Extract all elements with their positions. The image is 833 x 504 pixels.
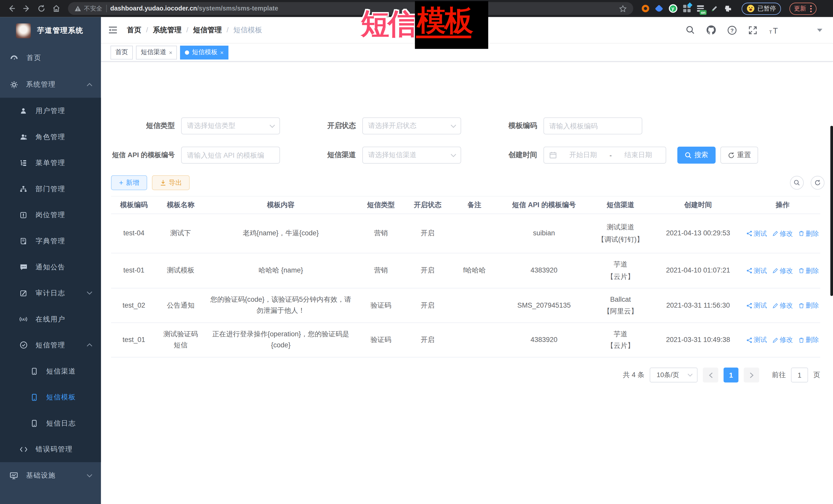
forward-icon[interactable] bbox=[20, 2, 33, 15]
table-row[interactable]: test_02 公告通知 您的验证码{code}，该验证码5分钟内有效，请勿泄漏… bbox=[111, 288, 820, 323]
sidebar-item-infrastructure[interactable]: 基础设施 bbox=[0, 462, 101, 489]
user-avatar[interactable] bbox=[791, 23, 806, 37]
extension-kite-icon[interactable] bbox=[654, 4, 664, 13]
bookmark-star-icon[interactable] bbox=[619, 5, 627, 13]
api-template-id-input[interactable] bbox=[187, 151, 274, 159]
sidebar-item-posts[interactable]: 岗位管理 bbox=[0, 202, 101, 228]
sidebar-item-audit-log[interactable]: 审计日志 bbox=[0, 280, 101, 306]
sidebar-item-sms-log[interactable]: 短信日志 bbox=[0, 410, 101, 436]
end-date-placeholder[interactable]: 结束日期 bbox=[616, 150, 661, 160]
sidebar-item-online-users[interactable]: A 在线用户 bbox=[0, 306, 101, 332]
tab-home[interactable]: 首页 bbox=[111, 45, 133, 59]
start-date-placeholder[interactable]: 开始日期 bbox=[561, 150, 605, 160]
extension-onlist-icon[interactable]: on bbox=[696, 4, 705, 13]
table-row[interactable]: test-04 测试下 老鸡{name}，牛逼{code} 营销 开启 suib… bbox=[111, 214, 820, 253]
close-icon[interactable]: × bbox=[220, 49, 223, 56]
font-size-icon[interactable]: тT bbox=[769, 26, 781, 34]
breadcrumb-home[interactable]: 首页 bbox=[127, 25, 141, 34]
page-size-select[interactable]: 10条/页 bbox=[650, 368, 697, 383]
sidebar-item-sms-channel[interactable]: 短信渠道 bbox=[0, 358, 101, 384]
security-warning[interactable]: 不安全 bbox=[74, 5, 102, 13]
delete-link[interactable]: 删除 bbox=[798, 228, 819, 239]
edit-link[interactable]: 修改 bbox=[772, 335, 793, 345]
online-user-icon: A bbox=[19, 316, 28, 322]
search-button[interactable]: 搜索 bbox=[677, 147, 716, 164]
app-root: 不安全 dashboard.yudao.iocoder.cn/system/sm… bbox=[0, 0, 833, 504]
current-page-button[interactable]: 1 bbox=[723, 368, 738, 383]
refresh-table-button[interactable] bbox=[811, 176, 825, 190]
close-icon[interactable]: × bbox=[169, 49, 172, 56]
cell-content: 正在进行登录操作{operation}，您的验证码是{code} bbox=[205, 323, 357, 357]
sidebar-collapse-icon[interactable] bbox=[109, 26, 117, 34]
test-link[interactable]: 测试 bbox=[746, 335, 767, 345]
profile-paused-badge[interactable]: 已暂停 bbox=[742, 2, 781, 15]
cell-api-id: 4383920 bbox=[498, 253, 590, 288]
fullscreen-icon[interactable] bbox=[748, 25, 757, 34]
sidebar-item-departments[interactable]: 部门管理 bbox=[0, 176, 101, 202]
delete-link[interactable]: 删除 bbox=[798, 300, 819, 311]
extensions-puzzle-icon[interactable] bbox=[723, 4, 733, 13]
extension-grid-icon[interactable] bbox=[682, 4, 691, 13]
chevron-down-icon bbox=[687, 374, 693, 377]
toggle-search-button[interactable] bbox=[790, 176, 804, 190]
sidebar-item-dictionary[interactable]: 字典管理 bbox=[0, 228, 101, 254]
breadcrumb-sms[interactable]: 短信管理 bbox=[193, 25, 222, 34]
reload-icon[interactable] bbox=[35, 2, 48, 15]
edit-link[interactable]: 修改 bbox=[772, 228, 793, 239]
edit-link[interactable]: 修改 bbox=[772, 300, 793, 311]
prev-page-button[interactable] bbox=[703, 368, 718, 383]
extension-pen-icon[interactable] bbox=[710, 4, 719, 13]
tab-sms-template[interactable]: 短信模板 × bbox=[180, 45, 228, 59]
delete-link[interactable]: 删除 bbox=[798, 265, 819, 276]
tab-label: 首页 bbox=[115, 48, 128, 57]
caret-down-icon[interactable] bbox=[817, 28, 823, 31]
reset-button[interactable]: 重置 bbox=[720, 147, 758, 164]
date-range-picker[interactable]: 开始日期 - 结束日期 bbox=[544, 147, 666, 164]
sidebar-item-roles[interactable]: 角色管理 bbox=[0, 124, 101, 150]
menu-tree-icon bbox=[19, 159, 28, 167]
extension-orange-ring-icon[interactable] bbox=[641, 4, 650, 13]
browser-update-button[interactable]: 更新 bbox=[789, 2, 816, 15]
github-icon[interactable] bbox=[706, 25, 716, 35]
test-link[interactable]: 测试 bbox=[746, 300, 767, 311]
page-size-value: 10条/页 bbox=[657, 370, 679, 379]
sidebar-item-error-codes[interactable]: 错误码管理 bbox=[0, 436, 101, 462]
app-logo-row[interactable]: 芋道管理系统 bbox=[0, 17, 101, 45]
sidebar-item-sms-template[interactable]: 短信模板 bbox=[0, 384, 101, 410]
sidebar-menu: 首页 系统管理 用户管理 bbox=[0, 45, 101, 488]
sidebar-item-announcements[interactable]: 通知公告 bbox=[0, 254, 101, 280]
delete-link-label: 删除 bbox=[806, 228, 819, 239]
home-icon[interactable] bbox=[50, 2, 63, 15]
column-header: 操作 bbox=[745, 197, 820, 214]
back-icon[interactable] bbox=[5, 2, 18, 15]
goto-page-input[interactable] bbox=[791, 368, 808, 383]
sms-type-select[interactable]: 请选择短信类型 bbox=[181, 117, 280, 134]
search-icon[interactable] bbox=[686, 25, 695, 34]
table-row[interactable]: test-01 测试模板 哈哈哈 {name} 营销 开启 f哈哈哈 43839… bbox=[111, 253, 820, 288]
sidebar-item-system[interactable]: 系统管理 bbox=[0, 71, 101, 98]
sidebar-item-menus[interactable]: 菜单管理 bbox=[0, 150, 101, 176]
add-button[interactable]: + 新增 bbox=[111, 175, 147, 190]
sidebar-item-sms[interactable]: 短信管理 bbox=[0, 332, 101, 358]
channel-name: 测试渠道 bbox=[606, 222, 634, 234]
extension-y-icon[interactable]: y bbox=[668, 4, 677, 13]
test-link[interactable]: 测试 bbox=[746, 265, 767, 276]
browser-menu-icon[interactable] bbox=[810, 5, 811, 12]
browser-scrollbar-thumb[interactable] bbox=[830, 126, 833, 296]
tab-sms-channel[interactable]: 短信渠道 × bbox=[136, 45, 177, 59]
test-link[interactable]: 测试 bbox=[746, 228, 767, 239]
help-icon[interactable]: ? bbox=[728, 25, 737, 34]
sidebar-item-home[interactable]: 首页 bbox=[0, 45, 101, 71]
next-page-button[interactable] bbox=[744, 368, 759, 383]
export-button[interactable]: 导出 bbox=[152, 175, 190, 190]
table-row[interactable]: test_01 测试验证码短信 正在进行登录操作{operation}，您的验证… bbox=[111, 323, 820, 358]
edit-link[interactable]: 修改 bbox=[772, 265, 793, 276]
breadcrumb-system[interactable]: 系统管理 bbox=[153, 25, 182, 34]
template-code-input[interactable] bbox=[549, 122, 637, 130]
org-tree-icon bbox=[19, 185, 28, 193]
delete-link[interactable]: 删除 bbox=[798, 335, 819, 345]
address-bar[interactable]: 不安全 dashboard.yudao.iocoder.cn/system/sm… bbox=[68, 2, 633, 15]
sms-channel-select[interactable]: 请选择短信渠道 bbox=[362, 147, 461, 164]
open-status-select[interactable]: 请选择开启状态 bbox=[362, 117, 461, 134]
sidebar-item-users[interactable]: 用户管理 bbox=[0, 98, 101, 124]
